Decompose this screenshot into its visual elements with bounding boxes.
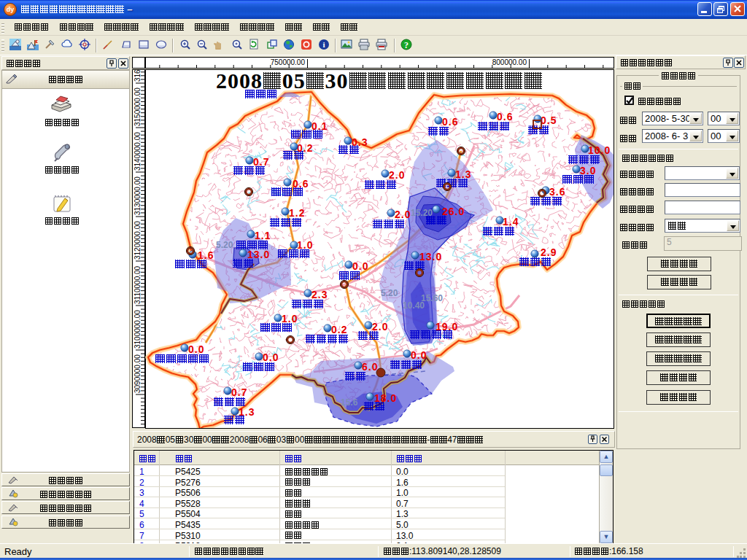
svg-text:6.0: 6.0: [362, 361, 378, 373]
svg-text:1.0: 1.0: [282, 313, 298, 324]
svg-text:2.9: 2.9: [541, 246, 557, 258]
svg-text:2.0: 2.0: [395, 209, 411, 220]
svg-text:3140000.00: 3140000.00: [133, 132, 142, 171]
svg-text:?: ?: [404, 40, 409, 50]
svg-text:18.0: 18.0: [374, 392, 397, 404]
svg-text:1.6: 1.6: [198, 249, 214, 261]
svg-text:i: i: [322, 40, 325, 49]
svg-text:13.0: 13.0: [419, 251, 442, 262]
svg-text:2.3: 2.3: [311, 289, 328, 300]
svg-text:19.0: 19.0: [436, 321, 458, 332]
svg-text:5.20: 5.20: [216, 240, 233, 250]
svg-text:3150000.00: 3150000.00: [133, 88, 142, 126]
svg-text:10.0: 10.0: [588, 144, 611, 156]
svg-text:0.7: 0.7: [231, 386, 247, 398]
svg-text:2.0: 2.0: [372, 321, 388, 332]
svg-text:3.0: 3.0: [580, 165, 596, 176]
svg-text:5.20: 5.20: [381, 288, 398, 298]
svg-text:3160000.00: 3160000.00: [133, 70, 142, 82]
svg-text:3120000.00: 3120000.00: [133, 221, 142, 260]
svg-text:2.0: 2.0: [389, 169, 405, 181]
svg-text:3100000.00: 3100000.00: [133, 310, 142, 349]
svg-text:0.0: 0.0: [352, 260, 368, 272]
svg-text:750000.00: 750000.00: [271, 58, 306, 66]
svg-text:0.1: 0.1: [311, 120, 328, 132]
svg-text:0.3: 0.3: [352, 136, 368, 148]
svg-text:15.6: 15.6: [341, 397, 358, 408]
svg-text:0.6: 0.6: [293, 178, 309, 190]
svg-text:0.0: 0.0: [411, 349, 427, 361]
svg-text:3.6: 3.6: [549, 186, 565, 198]
svg-text:1.2: 1.2: [289, 207, 305, 219]
svg-text:0.7: 0.7: [253, 156, 269, 168]
svg-text:3110000.00: 3110000.00: [133, 265, 142, 304]
svg-text:800000.00: 800000.00: [492, 58, 527, 66]
svg-text:0.6: 0.6: [497, 111, 513, 122]
svg-text:0.0: 0.0: [263, 351, 279, 363]
svg-text:3130000.00: 3130000.00: [133, 176, 142, 215]
svg-text:26.0: 26.0: [442, 206, 465, 217]
svg-text:0.2: 0.2: [331, 324, 347, 335]
svg-text:1.3: 1.3: [455, 168, 471, 180]
svg-text:1.0: 1.0: [297, 239, 313, 251]
svg-text:10.40: 10.40: [403, 300, 425, 311]
svg-text:0.2: 0.2: [297, 142, 313, 154]
svg-text:0.6: 0.6: [442, 116, 458, 128]
svg-text:0.0: 0.0: [188, 343, 204, 355]
svg-text:3090000.00: 3090000.00: [133, 354, 142, 393]
svg-text:1.3: 1.3: [239, 406, 255, 418]
svg-text:13.0: 13.0: [247, 249, 270, 260]
svg-text:1.4: 1.4: [503, 216, 519, 228]
svg-text:1.1: 1.1: [255, 230, 271, 241]
svg-text:0.5: 0.5: [541, 114, 557, 126]
